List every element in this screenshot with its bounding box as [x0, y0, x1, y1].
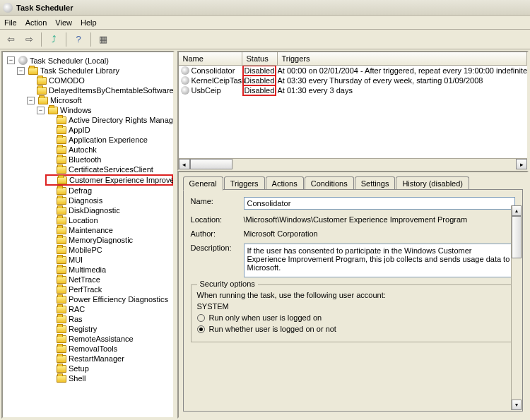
name-field[interactable]	[244, 197, 515, 210]
tree-item[interactable]: PerfTrack	[45, 284, 173, 294]
menu-file[interactable]: File	[4, 18, 17, 27]
header-name[interactable]: Name	[179, 52, 242, 65]
folder-icon	[48, 107, 58, 114]
window-title: Task Scheduler	[16, 4, 73, 12]
tree-item[interactable]: Active Directory Rights Manag	[45, 115, 173, 125]
scroll-track[interactable]	[512, 216, 522, 400]
description-field[interactable]: If the user has consented to participate…	[244, 244, 515, 277]
collapse-icon[interactable]: −	[27, 97, 35, 104]
folder-icon	[57, 116, 66, 124]
menu-action[interactable]: Action	[25, 18, 47, 27]
folder-icon	[28, 67, 38, 75]
tree-library[interactable]: − Task Scheduler Library	[16, 66, 173, 76]
tree-label: COMODO	[49, 76, 85, 85]
tree-item[interactable]: Autochk	[45, 145, 173, 155]
tree-label: Setup	[69, 364, 89, 373]
table-row[interactable]: KernelCeipTaskDisabledAt 03:30 every Thu…	[179, 76, 527, 85]
scroll-thumb[interactable]	[190, 159, 232, 169]
tree-item-microsoft[interactable]: − Microsoft	[25, 95, 173, 105]
tree-item[interactable]: Registry	[45, 324, 173, 334]
scroll-thumb[interactable]	[512, 216, 522, 258]
tree-item[interactable]: Ras	[45, 314, 173, 324]
separator	[90, 32, 91, 47]
folder-icon	[57, 126, 66, 134]
tree-item[interactable]: MobilePC	[45, 245, 173, 255]
collapse-icon[interactable]: −	[37, 107, 45, 114]
radio-run-whether[interactable]: Run whether user is logged on or not	[197, 325, 509, 333]
menu-view[interactable]: View	[55, 18, 72, 27]
collapse-icon[interactable]: −	[17, 67, 25, 75]
tree-item[interactable]: RemoteAssistance	[45, 334, 173, 344]
scroll-up-button[interactable]: ▴	[512, 205, 522, 216]
scroll-down-button[interactable]: ▾	[512, 400, 522, 410]
tree-label: Task Scheduler Library	[40, 66, 119, 75]
folder-icon	[57, 355, 66, 363]
tab-conditions[interactable]: Conditions	[305, 176, 354, 190]
tree-item[interactable]: Customer Experience Improve	[45, 174, 173, 186]
help-button[interactable]: ?	[71, 32, 86, 47]
menu-help[interactable]: Help	[81, 18, 97, 27]
collapse-icon[interactable]: −	[7, 56, 15, 64]
tab-triggers[interactable]: Triggers	[224, 176, 265, 190]
tree-label: NetTrace	[69, 275, 100, 284]
header-status[interactable]: Status	[242, 52, 278, 65]
cell-name: UsbCeip	[192, 86, 221, 95]
tree-label: Maintenance	[69, 226, 113, 234]
tree-root[interactable]: − Task Scheduler (Local)	[6, 55, 173, 66]
tree-item[interactable]: CertificateServicesClient	[45, 164, 173, 174]
tab-history[interactable]: History (disabled)	[396, 176, 469, 190]
tree-item[interactable]: Multimedia	[45, 265, 173, 275]
tree-item[interactable]: RestartManager	[45, 354, 173, 364]
tree-item[interactable]: Bluetooth	[45, 155, 173, 164]
tree-pane[interactable]: − Task Scheduler (Local) − Task Schedule…	[1, 51, 175, 419]
tree-item[interactable]: Defrag	[45, 186, 173, 196]
tree-label: Power Efficiency Diagnostics	[69, 295, 168, 304]
refresh-button[interactable]: ▦	[95, 32, 111, 47]
tab-actions[interactable]: Actions	[266, 176, 304, 190]
scheduler-icon	[18, 56, 28, 65]
tree-label: MemoryDiagnostic	[69, 236, 133, 244]
forward-button[interactable]: ⇨	[21, 32, 37, 47]
tree-item-comodo[interactable]: COMODO	[25, 76, 173, 85]
header-triggers[interactable]: Triggers	[278, 52, 527, 65]
separator	[41, 32, 42, 47]
tree-item[interactable]: Setup	[45, 364, 173, 373]
tree-item[interactable]: MUI	[45, 255, 173, 265]
tab-settings[interactable]: Settings	[355, 176, 396, 190]
tab-general[interactable]: General	[183, 176, 223, 191]
radio-label: Run whether user is logged on or not	[209, 325, 336, 333]
tree-item[interactable]: Maintenance	[45, 225, 173, 235]
task-list[interactable]: Name Status Triggers ConsolidatorDisable…	[177, 51, 529, 171]
tree-item[interactable]: Shell	[45, 373, 173, 383]
tree-item[interactable]: RAC	[45, 304, 173, 314]
back-button[interactable]: ⇦	[3, 32, 18, 47]
tree-item[interactable]: Diagnosis	[45, 196, 173, 205]
security-account: SYSTEM	[197, 302, 509, 311]
tree-item[interactable]: Power Efficiency Diagnostics	[45, 294, 173, 304]
table-row[interactable]: UsbCeipDisabledAt 01:30 every 3 days	[179, 85, 527, 95]
tree-item[interactable]: MemoryDiagnostic	[45, 235, 173, 245]
security-group: Security options When running the task, …	[191, 284, 515, 342]
cell-triggers: At 00:00 on 02/01/2004 - After triggered…	[278, 66, 527, 75]
radio-run-logged-on[interactable]: Run only when user is logged on	[197, 313, 509, 322]
location-label: Location:	[191, 215, 244, 224]
horizontal-scrollbar[interactable]: ◂ ▸	[179, 158, 527, 169]
vertical-scrollbar[interactable]: ▴ ▾	[511, 205, 522, 410]
scroll-left-button[interactable]: ◂	[179, 159, 190, 169]
toolbar: ⇦ ⇨ ⤴ ? ▦	[0, 30, 530, 49]
tree-item[interactable]: AppID	[45, 125, 173, 135]
folder-icon	[57, 266, 66, 274]
tree-item[interactable]: Location	[45, 215, 173, 225]
folder-icon	[57, 276, 66, 284]
tree-item[interactable]: NetTrace	[45, 275, 173, 284]
tree-item[interactable]: RemovalTools	[45, 344, 173, 354]
tree-item[interactable]: Application Experience	[45, 135, 173, 145]
scroll-right-button[interactable]: ▸	[516, 159, 527, 169]
folder-icon	[57, 365, 66, 373]
tree-item-windows[interactable]: − Windows	[35, 105, 173, 115]
up-button[interactable]: ⤴	[46, 32, 61, 47]
table-row[interactable]: ConsolidatorDisabledAt 00:00 on 02/01/20…	[179, 66, 527, 76]
tree-item[interactable]: DiskDiagnostic	[45, 205, 173, 215]
tree-item-delayed[interactable]: DelayedItemsByChemtableSoftware	[25, 85, 173, 95]
scroll-track[interactable]	[232, 159, 516, 169]
